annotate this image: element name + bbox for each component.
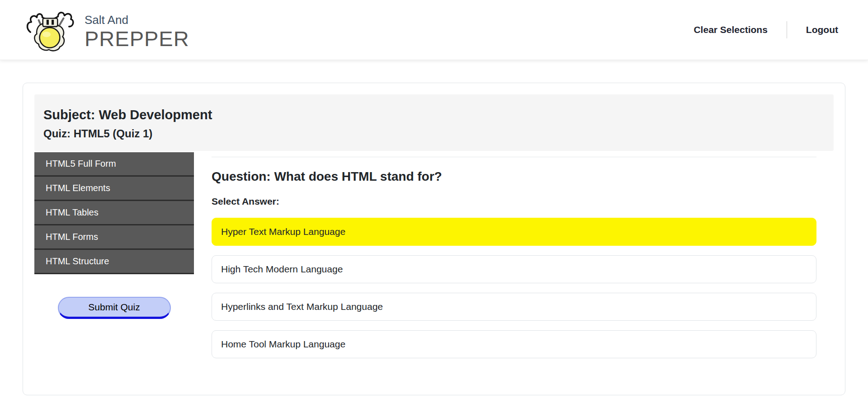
topic-list: HTML5 Full FormHTML ElementsHTML TablesH…	[34, 152, 194, 274]
sidebar-topic-html5-full-form[interactable]: HTML5 Full Form	[34, 152, 194, 177]
answer-option-hyperlinks-and-text-markup-language[interactable]: Hyperlinks and Text Markup Language	[212, 293, 816, 321]
sidebar-topic-html-structure[interactable]: HTML Structure	[34, 250, 194, 274]
answer-option-high-tech-modern-language[interactable]: High Tech Modern Language	[212, 255, 816, 283]
brand: Salt And PREPPER	[25, 8, 189, 52]
header-nav: Clear Selections Logout	[693, 21, 838, 38]
sidebar-topic-html-tables[interactable]: HTML Tables	[34, 201, 194, 225]
sidebar-topic-html-elements[interactable]: HTML Elements	[34, 177, 194, 201]
fried-egg-mascot-logo-icon	[25, 8, 75, 52]
answer-option-home-tool-markup-language[interactable]: Home Tool Markup Language	[212, 330, 816, 358]
logout-link[interactable]: Logout	[806, 24, 838, 35]
brand-text: Salt And PREPPER	[85, 8, 189, 49]
quiz-title: Quiz: HTML5 (Quiz 1)	[43, 127, 825, 140]
top-header: Salt And PREPPER Clear Selections Logout	[0, 0, 868, 60]
select-answer-prompt: Select Answer:	[212, 196, 816, 207]
subject-title: Subject: Web Development	[43, 108, 825, 122]
answer-option-hyper-text-markup-language[interactable]: Hyper Text Markup Language	[212, 218, 816, 246]
submit-quiz-button[interactable]: Submit Quiz	[58, 297, 171, 319]
brand-title: PREPPER	[85, 28, 189, 49]
quiz-card: Subject: Web Development Quiz: HTML5 (Qu…	[23, 83, 845, 395]
question-heading: Question: What does HTML stand for?	[212, 169, 816, 184]
brand-subtitle: Salt And	[85, 14, 189, 27]
topic-sidebar: HTML5 Full FormHTML ElementsHTML TablesH…	[34, 152, 194, 368]
sidebar-topic-html-forms[interactable]: HTML Forms	[34, 225, 194, 250]
quiz-header: Subject: Web Development Quiz: HTML5 (Qu…	[34, 94, 834, 151]
nav-divider	[787, 21, 787, 38]
answer-options-list: Hyper Text Markup LanguageHigh Tech Mode…	[212, 218, 816, 358]
question-panel: Question: What does HTML stand for? Sele…	[212, 157, 816, 368]
quiz-content: HTML5 Full FormHTML ElementsHTML TablesH…	[34, 152, 834, 368]
clear-selections-link[interactable]: Clear Selections	[693, 24, 767, 35]
